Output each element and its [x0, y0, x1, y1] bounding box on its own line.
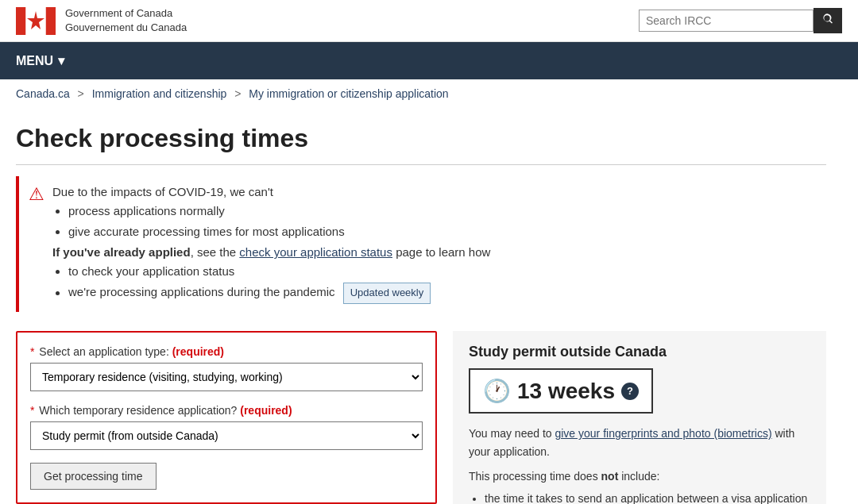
canada-flag: [16, 7, 56, 35]
search-input[interactable]: [639, 10, 814, 32]
question-mark-icon[interactable]: ?: [621, 383, 639, 400]
alert-check-bullet: to check your application status: [68, 262, 490, 281]
alert-applied-para: If you've already applied, see the check…: [52, 243, 490, 262]
not-bold: not: [601, 470, 619, 483]
navigation-bar: MENU ▾: [0, 42, 858, 79]
result-bullet-1: the time it takes to send an application…: [485, 490, 810, 504]
alert-status-link[interactable]: check your application status: [239, 245, 392, 259]
clock-icon: 🕐: [483, 378, 511, 404]
get-processing-button[interactable]: Get processing time: [30, 463, 157, 490]
main-content: Check processing times ⚠ Due to the impa…: [0, 108, 842, 504]
which-application-label: * Which temporary residence application?…: [30, 404, 423, 417]
gov-en-line1: Government of Canada: [65, 6, 187, 21]
alert-bullet-2: give accurate processing times for most …: [68, 222, 490, 241]
application-type-label: * Select an application type: (required): [30, 345, 423, 358]
menu-label: MENU: [16, 54, 53, 68]
gov-fr-line2: Gouvernement du Canada: [65, 21, 187, 35]
site-header: Government of Canada Gouvernement du Can…: [0, 0, 858, 42]
breadcrumb-myapp[interactable]: My immigration or citizenship applicatio…: [249, 87, 448, 100]
result-panel: Study permit outside Canada 🕐 13 weeks ?…: [453, 331, 826, 504]
which-application-group: * Which temporary residence application?…: [30, 404, 423, 450]
alert-applied-rest: , see the: [191, 245, 240, 259]
menu-button[interactable]: MENU ▾: [16, 42, 64, 79]
biometrics-link[interactable]: give your fingerprints and photo (biomet…: [555, 427, 771, 440]
which-label-text: Which temporary residence application?: [39, 404, 237, 417]
breadcrumb-separator-2: >: [234, 87, 241, 100]
weeks-box: 🕐 13 weeks ?: [469, 368, 653, 414]
menu-chevron-icon: ▾: [58, 53, 64, 68]
alert-applied-bold: If you've already applied: [52, 245, 191, 259]
alert-intro: Due to the impacts of COVID-19, we can't: [52, 185, 273, 198]
breadcrumb-canada[interactable]: Canada.ca: [16, 87, 70, 100]
alert-icon: ⚠: [29, 184, 44, 205]
application-type-select[interactable]: Temporary residence (visiting, studying,…: [30, 363, 423, 391]
not-include-text: This processing time does not include:: [469, 468, 810, 485]
government-name: Government of Canada Gouvernement du Can…: [65, 6, 187, 35]
required-star-2: *: [30, 404, 34, 417]
search-area: [639, 8, 842, 33]
not-include-before: This processing time does: [469, 470, 601, 483]
svg-rect-1: [46, 7, 56, 35]
covid-alert: ⚠ Due to the impacts of COVID-19, we can…: [16, 176, 826, 312]
weeks-text: 13 weeks: [517, 379, 615, 404]
result-title: Study permit outside Canada: [469, 344, 810, 360]
result-description: You may need to give your fingerprints a…: [469, 425, 810, 460]
title-divider: [16, 164, 826, 165]
breadcrumb-immigration[interactable]: Immigration and citizenship: [92, 87, 227, 100]
alert-bullet-1: process applications normally: [68, 202, 490, 221]
svg-rect-0: [16, 7, 26, 35]
breadcrumb: Canada.ca > Immigration and citizenship …: [0, 79, 858, 108]
form-panel: * Select an application type: (required)…: [16, 331, 437, 504]
alert-applied-end: page to learn how: [392, 245, 490, 259]
type-label-text: Select an application type:: [39, 345, 168, 358]
content-columns: * Select an application type: (required)…: [16, 331, 826, 504]
result-desc-before: You may need to: [469, 427, 555, 440]
result-exclusion-list: the time it takes to send an application…: [469, 490, 810, 504]
required-star-1: *: [30, 345, 34, 358]
alert-content: Due to the impacts of COVID-19, we can't…: [52, 183, 490, 306]
application-type-group: * Select an application type: (required)…: [30, 345, 423, 391]
not-include-after: include:: [618, 470, 659, 483]
updated-weekly-badge: Updated weekly: [343, 283, 431, 304]
required-text-2: (required): [240, 404, 292, 417]
page-title: Check processing times: [16, 124, 826, 153]
alert-processing-bullet: we're processing applications during the…: [68, 283, 490, 304]
search-button[interactable]: [814, 8, 842, 33]
logo-area: Government of Canada Gouvernement du Can…: [16, 6, 187, 35]
required-text-1: (required): [172, 345, 224, 358]
breadcrumb-separator-1: >: [78, 87, 84, 100]
which-application-select[interactable]: Study permit (from outside Canada) Study…: [30, 421, 423, 450]
